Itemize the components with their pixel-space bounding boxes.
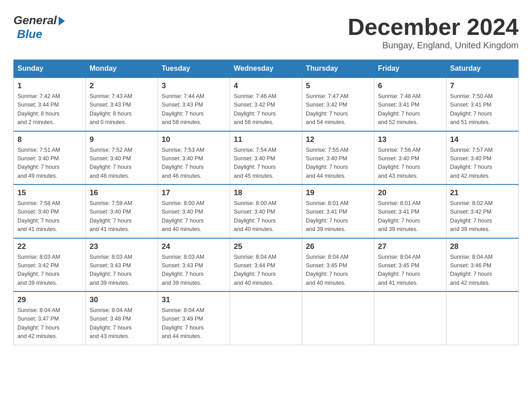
calendar-cell: 28 Sunrise: 8:04 AMSunset: 3:46 PMDaylig… (446, 238, 519, 292)
day-number: 17 (162, 188, 226, 197)
day-number: 29 (17, 295, 82, 304)
calendar-cell: 6 Sunrise: 7:48 AMSunset: 3:41 PMDayligh… (374, 77, 446, 131)
calendar-cell: 30 Sunrise: 8:04 AMSunset: 3:48 PMDaylig… (86, 291, 158, 345)
day-number: 26 (306, 242, 370, 251)
day-number: 18 (234, 188, 298, 197)
day-number: 27 (378, 242, 442, 251)
day-number: 15 (17, 188, 82, 197)
calendar-cell: 19 Sunrise: 8:01 AMSunset: 3:41 PMDaylig… (302, 184, 374, 238)
week-row-3: 15 Sunrise: 7:58 AMSunset: 3:40 PMDaylig… (14, 184, 519, 238)
day-info: Sunrise: 8:04 AMSunset: 3:48 PMDaylight:… (90, 306, 154, 341)
day-number: 13 (378, 135, 442, 144)
calendar-cell: 25 Sunrise: 8:04 AMSunset: 3:44 PMDaylig… (230, 238, 302, 292)
day-info: Sunrise: 8:03 AMSunset: 3:43 PMDaylight:… (162, 253, 226, 288)
day-header-thursday: Thursday (302, 60, 374, 78)
week-row-2: 8 Sunrise: 7:51 AMSunset: 3:40 PMDayligh… (14, 131, 519, 185)
day-info: Sunrise: 7:55 AMSunset: 3:40 PMDaylight:… (306, 146, 370, 181)
day-number: 11 (234, 135, 298, 144)
day-number: 31 (162, 295, 226, 304)
day-header-wednesday: Wednesday (230, 60, 302, 78)
day-info: Sunrise: 7:58 AMSunset: 3:40 PMDaylight:… (17, 199, 82, 234)
day-number: 22 (17, 242, 82, 251)
day-info: Sunrise: 7:53 AMSunset: 3:40 PMDaylight:… (162, 146, 226, 181)
day-info: Sunrise: 7:59 AMSunset: 3:40 PMDaylight:… (90, 199, 154, 234)
day-number: 1 (17, 81, 82, 90)
logo: General Blue (13, 13, 65, 41)
title-section: December 2024 Bungay, England, United Ki… (348, 13, 519, 51)
week-row-1: 1 Sunrise: 7:42 AMSunset: 3:44 PMDayligh… (14, 77, 519, 131)
calendar-cell: 14 Sunrise: 7:57 AMSunset: 3:40 PMDaylig… (446, 131, 519, 185)
calendar-cell: 15 Sunrise: 7:58 AMSunset: 3:40 PMDaylig… (14, 184, 86, 238)
logo-top: General (13, 13, 65, 27)
day-number: 28 (450, 242, 515, 251)
day-info: Sunrise: 7:57 AMSunset: 3:40 PMDaylight:… (450, 146, 515, 181)
day-info: Sunrise: 7:46 AMSunset: 3:42 PMDaylight:… (234, 92, 298, 127)
day-info: Sunrise: 8:04 AMSunset: 3:45 PMDaylight:… (306, 253, 370, 288)
day-header-sunday: Sunday (14, 60, 86, 78)
day-info: Sunrise: 8:04 AMSunset: 3:45 PMDaylight:… (378, 253, 442, 288)
calendar-cell: 27 Sunrise: 8:04 AMSunset: 3:45 PMDaylig… (374, 238, 446, 292)
page-header: General Blue December 2024 Bungay, Engla… (13, 13, 519, 51)
day-info: Sunrise: 8:00 AMSunset: 3:40 PMDaylight:… (234, 199, 298, 234)
calendar-cell: 29 Sunrise: 8:04 AMSunset: 3:47 PMDaylig… (14, 291, 86, 345)
day-number: 8 (17, 135, 82, 144)
day-number: 4 (234, 81, 298, 90)
day-number: 3 (162, 81, 226, 90)
day-header-friday: Friday (374, 60, 446, 78)
day-number: 30 (90, 295, 154, 304)
calendar-header-row: SundayMondayTuesdayWednesdayThursdayFrid… (14, 60, 519, 78)
day-info: Sunrise: 8:04 AMSunset: 3:46 PMDaylight:… (450, 253, 515, 288)
week-row-4: 22 Sunrise: 8:03 AMSunset: 3:42 PMDaylig… (14, 238, 519, 292)
logo-blue-text: Blue (17, 27, 42, 41)
day-info: Sunrise: 7:54 AMSunset: 3:40 PMDaylight:… (234, 146, 298, 181)
day-number: 16 (90, 188, 154, 197)
calendar-cell: 18 Sunrise: 8:00 AMSunset: 3:40 PMDaylig… (230, 184, 302, 238)
day-info: Sunrise: 8:04 AMSunset: 3:49 PMDaylight:… (162, 306, 226, 341)
calendar-cell (446, 291, 519, 345)
calendar-cell: 4 Sunrise: 7:46 AMSunset: 3:42 PMDayligh… (230, 77, 302, 131)
calendar-cell: 10 Sunrise: 7:53 AMSunset: 3:40 PMDaylig… (158, 131, 230, 185)
calendar-cell: 16 Sunrise: 7:59 AMSunset: 3:40 PMDaylig… (86, 184, 158, 238)
calendar-cell: 5 Sunrise: 7:47 AMSunset: 3:42 PMDayligh… (302, 77, 374, 131)
day-header-monday: Monday (86, 60, 158, 78)
calendar-cell: 20 Sunrise: 8:01 AMSunset: 3:41 PMDaylig… (374, 184, 446, 238)
day-info: Sunrise: 8:03 AMSunset: 3:42 PMDaylight:… (17, 253, 82, 288)
calendar-table: SundayMondayTuesdayWednesdayThursdayFrid… (13, 60, 519, 345)
calendar-cell: 21 Sunrise: 8:02 AMSunset: 3:42 PMDaylig… (446, 184, 519, 238)
day-info: Sunrise: 8:01 AMSunset: 3:41 PMDaylight:… (306, 199, 370, 234)
calendar-cell: 2 Sunrise: 7:43 AMSunset: 3:43 PMDayligh… (86, 77, 158, 131)
day-info: Sunrise: 8:01 AMSunset: 3:41 PMDaylight:… (378, 199, 442, 234)
day-number: 25 (234, 242, 298, 251)
calendar-cell: 8 Sunrise: 7:51 AMSunset: 3:40 PMDayligh… (14, 131, 86, 185)
logo-general-text: General (13, 13, 57, 27)
calendar-cell: 13 Sunrise: 7:56 AMSunset: 3:40 PMDaylig… (374, 131, 446, 185)
calendar-cell: 26 Sunrise: 8:04 AMSunset: 3:45 PMDaylig… (302, 238, 374, 292)
calendar-cell: 22 Sunrise: 8:03 AMSunset: 3:42 PMDaylig… (14, 238, 86, 292)
day-info: Sunrise: 8:03 AMSunset: 3:43 PMDaylight:… (90, 253, 154, 288)
calendar-cell: 23 Sunrise: 8:03 AMSunset: 3:43 PMDaylig… (86, 238, 158, 292)
day-number: 12 (306, 135, 370, 144)
day-info: Sunrise: 7:50 AMSunset: 3:41 PMDaylight:… (450, 92, 515, 127)
day-info: Sunrise: 8:02 AMSunset: 3:42 PMDaylight:… (450, 199, 515, 234)
day-info: Sunrise: 7:52 AMSunset: 3:40 PMDaylight:… (90, 146, 154, 181)
day-number: 20 (378, 188, 442, 197)
calendar-cell: 7 Sunrise: 7:50 AMSunset: 3:41 PMDayligh… (446, 77, 519, 131)
day-info: Sunrise: 8:04 AMSunset: 3:44 PMDaylight:… (234, 253, 298, 288)
day-number: 6 (378, 81, 442, 90)
day-info: Sunrise: 8:00 AMSunset: 3:40 PMDaylight:… (162, 199, 226, 234)
day-number: 2 (90, 81, 154, 90)
day-header-tuesday: Tuesday (158, 60, 230, 78)
calendar-cell: 12 Sunrise: 7:55 AMSunset: 3:40 PMDaylig… (302, 131, 374, 185)
month-title: December 2024 (348, 13, 519, 40)
day-info: Sunrise: 7:47 AMSunset: 3:42 PMDaylight:… (306, 92, 370, 127)
day-number: 24 (162, 242, 226, 251)
day-number: 14 (450, 135, 515, 144)
day-info: Sunrise: 7:48 AMSunset: 3:41 PMDaylight:… (378, 92, 442, 127)
day-number: 9 (90, 135, 154, 144)
calendar-cell (374, 291, 446, 345)
calendar-cell: 31 Sunrise: 8:04 AMSunset: 3:49 PMDaylig… (158, 291, 230, 345)
day-number: 5 (306, 81, 370, 90)
day-info: Sunrise: 7:44 AMSunset: 3:43 PMDaylight:… (162, 92, 226, 127)
day-number: 10 (162, 135, 226, 144)
day-info: Sunrise: 8:04 AMSunset: 3:47 PMDaylight:… (17, 306, 82, 341)
